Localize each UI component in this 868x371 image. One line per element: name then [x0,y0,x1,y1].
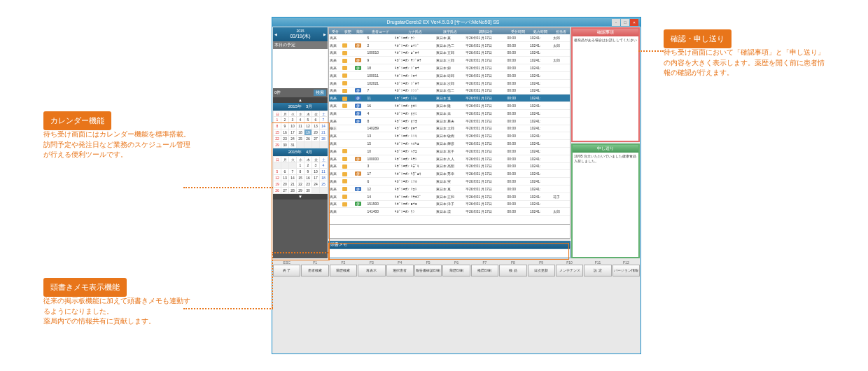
fkey-ESC[interactable]: ESC終 了 [273,260,300,276]
cal-cell[interactable]: 14 [320,123,328,130]
grid-col[interactable]: 受付時間 [506,28,529,34]
cal-cell[interactable]: 24 [289,136,297,142]
grid-row[interactable]: 再来 3ﾋｶﾞｼﾆﾎﾝ ﾋﾃﾞｷ東日本 高明 平26年01 月17日00:001… [329,162,570,170]
titlebar[interactable]: DrugstarCereb2 EX Ver4.5.0.0 [サーバ:McNo50… [272,18,640,27]
cal-cell[interactable]: 24 [312,181,320,188]
cal-cell[interactable]: 23 [304,181,312,188]
grid-row[interactable]: 再来併 4ﾋｶﾞｼﾆﾎﾝ ﾀｸﾐ東日本 未 平26年01 月17日00:0010… [329,109,570,117]
grid-row[interactable]: 再来 14ﾋｶﾞｼﾆﾎﾝ ﾏｻｶｽﾞ東日本 正和 平26年01 月17日00:0… [329,192,570,200]
cal-cell[interactable]: 16 [281,130,289,136]
cal-up-icon[interactable]: ▲ [273,97,328,103]
grid-row[interactable]: 再来併 16ﾋｶﾞｼﾆﾎﾝ ﾀｶｼ東日本 隆 平26年01 月17日00:001… [329,102,570,110]
cal-cell[interactable]: 11 [320,169,328,175]
cal-cell[interactable]: 9 [281,123,289,130]
cal-cell[interactable] [297,142,304,148]
grid-col[interactable]: 状態 [342,28,354,34]
grid-row[interactable]: 再来併 12ﾋｶﾞｼﾆﾎﾝ ﾏｺﾄ東日本 真 平26年01 月17日00:001… [329,185,570,192]
grid-col[interactable]: 薬剤 [354,28,367,34]
fkey-F6[interactable]: F6薬歴印刷 [442,260,470,276]
cal-cell[interactable]: 22 [274,136,281,142]
grid-col[interactable]: 担当者 [552,28,570,34]
memo-body[interactable] [328,248,570,258]
cal-cell[interactable]: 19 [304,130,312,136]
schedule-list[interactable] [273,49,328,88]
cal-down-icon[interactable]: ▼ [273,194,328,200]
grid-row[interactable]: 再来併 8ﾋｶﾞｼﾆﾎﾝ ﾀﾂｵ東日本 辰夫 平26年01 月17日00:001… [329,117,570,125]
cal-cell[interactable]: 1 [297,162,304,169]
cal-cell[interactable] [320,188,328,194]
fkey-F12[interactable]: F12バージョン情報 [612,260,640,276]
fkey-F2[interactable]: F2薬歴検索 [330,260,357,276]
cal-cell[interactable] [274,162,281,169]
grid-col[interactable]: 処方時間 [529,28,552,34]
cal-cell[interactable]: 9 [304,169,312,175]
grid-row[interactable]: 再来併 7ﾋｶﾞｼﾆﾎﾝ ｼﾝｼﾞ東日本 信二 平26年01 月17日00:00… [329,87,570,94]
cal-cell[interactable]: 26 [304,136,312,142]
grid-col[interactable]: 調剤日付 [465,28,506,34]
cal-cell[interactable]: 7 [289,169,297,175]
cal-cell[interactable]: 14 [289,175,297,181]
cal-cell[interactable]: 21 [320,130,328,136]
grid-row[interactable]: 再来 13ﾋｶﾞｼﾆﾎﾝ ﾄｼｷ東日本 敏樹 平26年01 月17日00:001… [329,132,570,140]
grid-row[interactable]: 再来 102021ﾋｶﾞｼﾆﾎﾝ ｼﾞﾛｳ東日本 次郎 平26年01 月17日0… [329,79,570,87]
fkey-F1[interactable]: F1患者検索 [301,260,328,276]
cal-cell[interactable]: 8 [297,169,304,175]
maximize-btn[interactable]: □ [621,19,629,26]
cal-cell[interactable]: 28 [289,188,297,194]
cal-cell[interactable]: 6 [312,117,320,123]
cal-cell[interactable]: 10 [289,123,297,130]
cal-cell[interactable]: 13 [281,175,289,181]
grid-row[interactable]: 再来併 2ﾋｶﾞｼﾆﾎﾝ ｺｳｼﾞ東日本 浩二 平26年01 月17日00:00… [329,41,570,49]
cal-cell[interactable]: 3 [312,162,320,169]
grid-col[interactable]: カナ氏名 [394,28,435,34]
cal-cell[interactable]: 19 [274,181,281,188]
cal-cell[interactable] [304,142,312,148]
cal-cell[interactable]: 16 [304,175,312,181]
cal-cell[interactable]: 7 [320,117,328,123]
cal-cell[interactable]: 17 [289,130,297,136]
date-nav[interactable]: ◀ 2015 03/19(木) ▶ [273,27,328,41]
grid-col[interactable]: 漢字氏名 [435,28,465,34]
fkey-F3[interactable]: F3再表示 [358,260,385,276]
fkey-F7[interactable]: F7推薦印刷 [471,260,498,276]
calendar-2[interactable]: 日月火水木金土123456789101112131415161718192021… [273,156,328,194]
grid-row[interactable]: 再来併 151500ﾋｶﾞｼﾆﾎﾝ ﾖｳｺ東日本 洋子 平26年01 月17日0… [329,200,570,208]
cal-cell[interactable]: 12 [304,123,312,130]
fkey-F4[interactable]: F4選択患者 [386,260,414,276]
cal-cell[interactable]: 8 [274,123,281,130]
cal-cell[interactable]: 29 [274,142,281,148]
grid-row[interactable]: 再来 100011ﾋｶﾞｼﾆﾎﾝ ｼﾛｳ東日本 司郎 平26年01 月17日00… [329,71,570,79]
cal-cell[interactable]: 5 [274,169,281,175]
calendar-1[interactable]: 日月火水木金土123456789101112131415161718192021… [273,111,328,148]
grid-row[interactable]: 再来 15ﾋｶﾞｼﾆﾎﾝ ﾊﾙﾋｺ東日本 輝彦 平26年01 月17日00:00… [329,140,570,148]
cal-cell[interactable]: 25 [320,181,328,188]
cal-cell[interactable]: 25 [297,136,304,142]
cal-cell[interactable]: 15 [274,130,281,136]
cal-cell[interactable]: 4 [320,162,328,169]
cal-cell[interactable]: 10 [312,169,320,175]
minimize-btn[interactable]: - [612,19,620,26]
grid-row[interactable]: 再来併 9ﾋｶﾞｼﾆﾎﾝ ｻﾌﾞﾛｳ東日本 三郎 平26年01 月17日00:0… [329,57,570,64]
cal-cell[interactable]: 30 [281,142,289,148]
cal-cell[interactable]: 22 [297,181,304,188]
prev-day-icon[interactable]: ◀ [274,32,277,36]
cal-cell[interactable]: 21 [289,181,297,188]
cal-cell[interactable]: 31 [289,142,297,148]
fkey-F10[interactable]: F10メンテナンス [556,260,583,276]
cal-cell[interactable] [312,142,320,148]
grid-row[interactable]: 再来 100010ﾋｶﾞｼﾆﾎﾝ ｺﾞﾛｳ東日本 五郎 平26年01 月17日0… [329,49,570,57]
grid-row[interactable]: 再来併 100000ﾋｶﾞｼﾆﾎﾝ ﾋｻﾄ東日本 久人 平26年01 月17日0… [329,155,570,162]
grid-row[interactable]: 再来併 18ﾋｶﾞｼﾆﾎﾝ ｼﾞﾛｳ東日本 錦 平26年01 月17日00:00… [329,64,570,72]
next-day-icon[interactable]: ▶ [323,32,326,36]
cal-cell[interactable] [320,142,328,148]
grid-row[interactable]: 再来 141400ﾋｶﾞｼﾆﾎﾝ ﾘﾝ東日本 凛 平26年01 月17日00:0… [329,208,570,216]
grid-col[interactable]: 受付 [329,28,342,34]
cal-cell[interactable]: 5 [304,117,312,123]
cal-cell[interactable]: 2 [281,117,289,123]
cal-cell[interactable] [289,162,297,169]
grid-row[interactable]: 再来 5ﾋｶﾞｼﾆﾎﾝ ｹﾝ東日本 兼 平26年01 月17日00:001024… [329,34,570,41]
confirm-body[interactable]: 後発品がある場合はお話ししてください [573,36,638,141]
cal-cell[interactable]: 27 [281,188,289,194]
cal-cell[interactable]: 20 [281,181,289,188]
cal-cell[interactable]: 2 [304,162,312,169]
